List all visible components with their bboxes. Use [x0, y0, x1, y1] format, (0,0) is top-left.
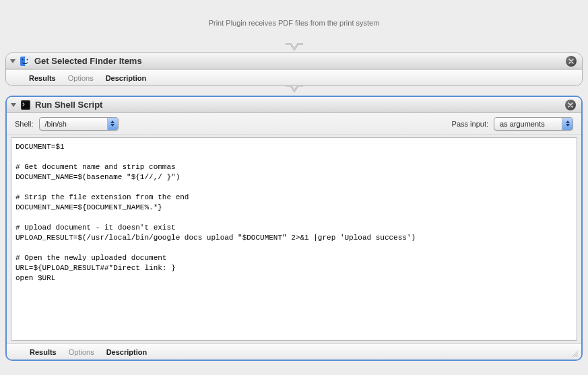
pass-input-value: as arguments: [500, 120, 562, 128]
action-header[interactable]: Run Shell Script: [7, 97, 581, 113]
terminal-icon: [20, 100, 31, 110]
shell-select[interactable]: /bin/sh: [39, 117, 119, 131]
action-footer-tabs: Results Options Description: [7, 343, 581, 360]
tab-description[interactable]: Description: [106, 348, 148, 356]
finder-icon: [20, 56, 30, 67]
select-arrows-icon: [562, 118, 573, 130]
svg-rect-5: [22, 101, 30, 109]
tab-results[interactable]: Results: [30, 348, 57, 356]
action-header[interactable]: Get Selected Finder Items: [6, 53, 582, 69]
close-icon[interactable]: [565, 100, 576, 110]
action-title: Run Shell Script: [35, 100, 565, 110]
action-get-selected-finder-items: Get Selected Finder Items Results Option…: [5, 53, 583, 86]
shell-label: Shell:: [15, 120, 34, 128]
svg-line-8: [577, 355, 578, 357]
connector-middle: [0, 86, 588, 96]
action-run-shell-script: Run Shell Script Shell: /bin/sh Pass inp…: [5, 96, 583, 361]
tab-description[interactable]: Description: [106, 74, 147, 82]
svg-point-2: [22, 59, 24, 60]
pass-input-select[interactable]: as arguments: [494, 117, 573, 131]
action-footer-tabs: Results Options Description: [6, 69, 582, 86]
shell-select-value: /bin/sh: [45, 120, 107, 128]
svg-rect-1: [25, 57, 30, 66]
action-title: Get Selected Finder Items: [34, 56, 566, 66]
select-arrows-icon: [107, 118, 118, 130]
connector-top: [0, 44, 588, 53]
tab-options[interactable]: Options: [68, 74, 94, 82]
svg-point-3: [27, 59, 28, 60]
workflow-input-description: Print Plugin receives PDF files from the…: [0, 0, 588, 44]
pass-input-label: Pass input:: [452, 120, 488, 128]
tab-results[interactable]: Results: [29, 74, 56, 82]
disclosure-triangle-icon[interactable]: [11, 103, 16, 107]
shell-script-textarea[interactable]: [11, 137, 577, 341]
disclosure-triangle-icon[interactable]: [10, 59, 15, 63]
tab-options[interactable]: Options: [69, 348, 94, 356]
close-icon[interactable]: [566, 56, 577, 67]
resize-grip-icon[interactable]: [570, 349, 579, 357]
shell-config-row: Shell: /bin/sh Pass input: as arguments: [7, 113, 581, 135]
script-wrap: [7, 135, 581, 343]
